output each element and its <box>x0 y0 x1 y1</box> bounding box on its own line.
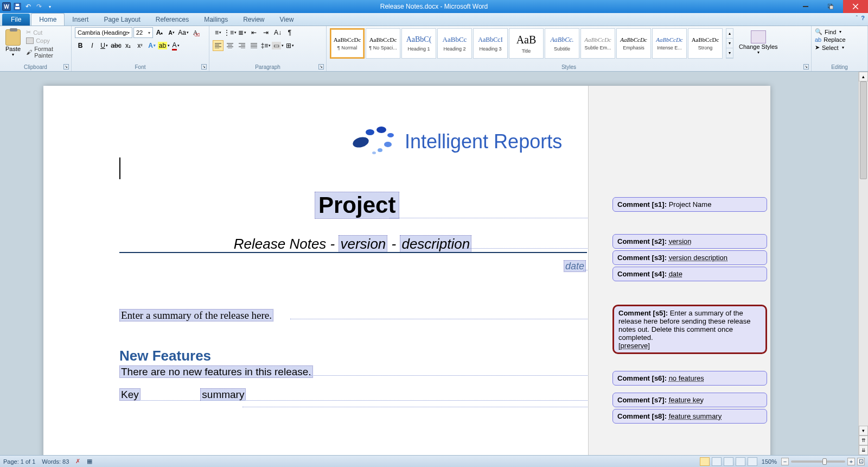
outline-view-icon[interactable] <box>736 457 745 466</box>
print-layout-view-icon[interactable] <box>700 457 710 466</box>
style-item-6[interactable]: AaBbCc.Subtitle <box>545 28 579 59</box>
scroll-thumb[interactable] <box>860 81 867 179</box>
find-button[interactable]: 🔍Find▾ <box>815 28 864 35</box>
increase-indent-icon[interactable]: ⇥ <box>260 27 271 38</box>
text-effects-icon[interactable]: A▾ <box>146 40 157 51</box>
tab-references[interactable]: References <box>148 14 196 26</box>
web-layout-view-icon[interactable] <box>724 457 733 466</box>
shading-icon[interactable]: ▭▾ <box>272 40 283 51</box>
prev-page-button[interactable]: ⇈ <box>859 436 868 445</box>
feature-row[interactable]: Key summary <box>119 389 246 401</box>
scroll-up-button[interactable]: ▴ <box>859 72 868 81</box>
grow-font-icon[interactable]: A▴ <box>154 27 165 38</box>
comment-s1[interactable]: Comment [s1]: Project Name <box>612 197 767 212</box>
minimize-button[interactable] <box>793 0 818 13</box>
paragraph-dialog-launcher[interactable]: ↘ <box>318 64 324 70</box>
close-button[interactable] <box>843 0 868 13</box>
style-item-7[interactable]: AaBbCcDcSubtle Em... <box>580 28 615 59</box>
qat-redo-icon[interactable]: ↷ <box>35 2 43 11</box>
qat-undo-icon[interactable]: ↶ <box>24 2 33 11</box>
maximize-button[interactable] <box>818 0 843 13</box>
borders-icon[interactable]: ⊞▾ <box>284 40 295 51</box>
scroll-track[interactable] <box>859 81 868 426</box>
tab-mailings[interactable]: Mailings <box>196 14 235 26</box>
tab-review[interactable]: Review <box>235 14 272 26</box>
align-left-icon[interactable] <box>213 40 224 51</box>
cut-button[interactable]: ✂Cut <box>25 28 68 36</box>
style-item-10[interactable]: AaBbCcDcStrong <box>688 28 723 59</box>
copy-button[interactable]: Copy <box>25 37 68 45</box>
change-styles-button[interactable]: Change Styles ▾ <box>736 28 781 57</box>
version-field[interactable]: version <box>339 235 387 253</box>
minimize-ribbon-icon[interactable]: ˆ <box>856 15 858 21</box>
clipboard-dialog-launcher[interactable]: ↘ <box>63 64 69 70</box>
fullscreen-reading-view-icon[interactable] <box>712 457 722 466</box>
comment-s2[interactable]: Comment [s2]: version <box>612 234 767 249</box>
format-painter-button[interactable]: 🖌Format Painter <box>25 45 68 59</box>
zoom-in-button[interactable]: + <box>847 458 855 465</box>
scroll-down-button[interactable]: ▾ <box>859 426 868 436</box>
doc-title-field[interactable]: Project <box>315 192 399 219</box>
help-icon[interactable]: ? <box>861 15 865 21</box>
align-right-icon[interactable] <box>237 40 247 51</box>
tab-page-layout[interactable]: Page Layout <box>96 14 148 26</box>
style-item-1[interactable]: AaBbCcDc¶ No Spaci... <box>366 28 400 59</box>
file-tab[interactable]: File <box>2 14 30 26</box>
sort-icon[interactable]: A↓ <box>272 27 283 38</box>
feature-key-field[interactable]: Key <box>119 388 141 401</box>
comment-s4[interactable]: Comment [s4]: date <box>612 267 767 281</box>
no-features-line[interactable]: There are no new features in this releas… <box>119 366 313 378</box>
multilevel-list-icon[interactable]: ≣▾ <box>237 27 247 38</box>
replace-button[interactable]: abReplace <box>815 36 864 43</box>
styles-dialog-launcher[interactable]: ↘ <box>803 64 809 70</box>
strikethrough-icon[interactable]: abc <box>111 40 122 51</box>
clear-formatting-icon[interactable]: A⌫ <box>190 27 201 38</box>
proofing-icon[interactable]: ✗ <box>75 458 80 465</box>
line-spacing-icon[interactable]: ‡≡▾ <box>260 40 271 51</box>
comment-s7[interactable]: Comment [s7]: feature key <box>612 393 767 407</box>
justify-icon[interactable] <box>248 40 259 51</box>
font-dialog-launcher[interactable]: ↘ <box>201 64 207 70</box>
page-indicator[interactable]: Page: 1 of 1 <box>3 458 35 465</box>
comment-s6[interactable]: Comment [s6]: no features <box>612 371 767 386</box>
shrink-font-icon[interactable]: A▾ <box>166 27 177 38</box>
superscript-icon[interactable]: x² <box>135 40 145 51</box>
macro-icon[interactable]: ▦ <box>87 458 92 465</box>
numbering-icon[interactable]: ⋮≡▾ <box>225 27 235 38</box>
decrease-indent-icon[interactable]: ⇤ <box>248 27 259 38</box>
comment-s8[interactable]: Comment [s8]: feature summary <box>612 409 767 424</box>
date-field[interactable]: date <box>564 261 586 272</box>
style-item-5[interactable]: AaBTitle <box>509 28 544 59</box>
bullets-icon[interactable]: ≡▾ <box>213 27 224 38</box>
underline-icon[interactable]: U▾ <box>99 40 110 51</box>
qat-customize-icon[interactable]: ▾ <box>46 2 54 11</box>
next-page-button[interactable]: ⇊ <box>859 445 868 455</box>
feature-summary-field[interactable]: summary <box>200 388 246 401</box>
tab-home[interactable]: Home <box>31 13 65 26</box>
styles-expand[interactable]: ▾ <box>726 48 733 58</box>
style-item-2[interactable]: AaBbC(Heading 1 <box>401 28 436 59</box>
zoom-slider[interactable] <box>791 460 845 463</box>
comment-s3[interactable]: Comment [s3]: version description <box>612 250 767 265</box>
style-item-0[interactable]: AaBbCcDc¶ Normal <box>330 28 365 59</box>
page[interactable]: Intelligent Reports Project Release Note… <box>43 86 770 455</box>
align-center-icon[interactable] <box>225 40 235 51</box>
style-item-4[interactable]: AaBbCcIHeading 3 <box>473 28 508 59</box>
font-name-combo[interactable]: Cambria (Headings)▾ <box>75 27 132 38</box>
select-button[interactable]: ➤Select▾ <box>815 44 864 51</box>
font-color-icon[interactable]: A▾ <box>170 40 181 51</box>
style-item-9[interactable]: AaBbCcDcIntense E... <box>652 28 687 59</box>
highlight-icon[interactable]: ab▾ <box>158 40 169 51</box>
change-case-icon[interactable]: Aa▾ <box>178 27 189 38</box>
draft-view-icon[interactable] <box>748 457 757 466</box>
subscript-icon[interactable]: x₂ <box>123 40 133 51</box>
styles-scroll-up[interactable]: ▴ <box>726 29 733 39</box>
tab-insert[interactable]: Insert <box>65 14 96 26</box>
description-field[interactable]: description <box>400 235 471 253</box>
tab-view[interactable]: View <box>272 14 302 26</box>
italic-icon[interactable]: I <box>87 40 98 51</box>
zoom-level[interactable]: 150% <box>762 458 777 465</box>
style-item-3[interactable]: AaBbCcHeading 2 <box>437 28 472 59</box>
summary-paragraph[interactable]: Enter a summary of the release here. <box>119 310 273 321</box>
comment-s5[interactable]: Comment [s5]: Enter a summary of the rel… <box>612 305 767 354</box>
